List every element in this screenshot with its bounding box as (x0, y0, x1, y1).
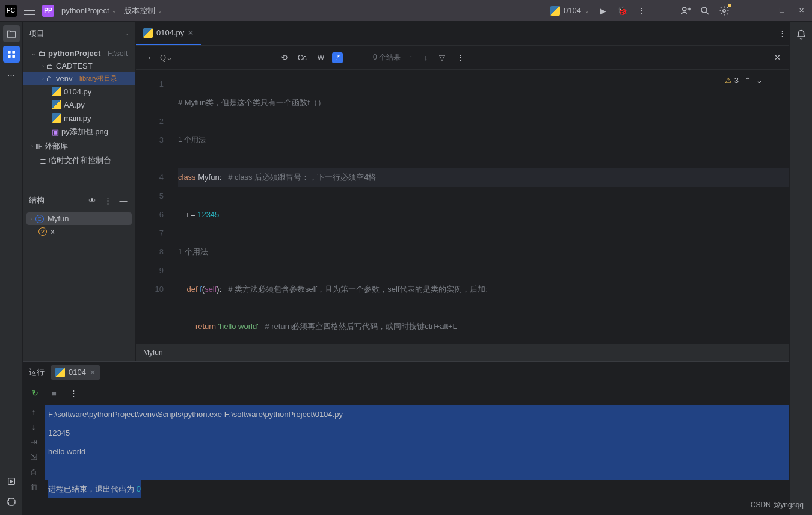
app-icon: PC (5, 5, 17, 17)
rerun-button[interactable]: ↻ (29, 387, 41, 399)
python-icon (550, 6, 560, 16)
softwrap-icon[interactable]: ⇥ (31, 437, 37, 446)
left-tool-rail: ⋯ (0, 22, 23, 515)
run-tool-icon[interactable] (3, 473, 20, 490)
inspection-badge[interactable]: ⚠3⌃⌄ (725, 76, 763, 85)
down-icon[interactable]: ↓ (32, 422, 36, 431)
structure-item-x[interactable]: Vx (23, 225, 135, 238)
close-search-icon[interactable]: ✕ (771, 52, 783, 64)
tree-folder-venv[interactable]: ›🗀venv library根目录 (23, 72, 135, 85)
prev-match-icon[interactable]: ↑ (407, 53, 416, 62)
svg-rect-5 (8, 55, 11, 58)
notifications-icon[interactable] (795, 29, 807, 41)
nav-forward-icon[interactable]: → (142, 52, 154, 64)
structure-panel: 结构 👁 ⋮ — ›CMyfun Vx (23, 188, 136, 361)
run-button[interactable]: ▶ (597, 5, 609, 17)
structure-panel-title: 结构 (29, 195, 82, 206)
search-bar: → Q⌄ ⟲ Cc W .* 0 个结果 ↑ ↓ ▽ ⋮ ✕ (136, 46, 789, 70)
project-badge: PP (42, 5, 54, 17)
collapse-icon[interactable]: — (117, 194, 129, 206)
warning-icon: ⚠ (725, 76, 732, 85)
add-user-icon[interactable] (680, 5, 692, 17)
search-more-icon[interactable]: ⋮ (454, 52, 466, 64)
run-panel: 运行 0104 ✕ ↻ ■ ⋮ ↑ ↓ ⇥ ⇲ ⎙ 🗑 F:\software\… (23, 361, 789, 515)
stop-button[interactable]: ■ (48, 387, 60, 399)
tree-root[interactable]: ⌄ 🗀 pythonProject F:\soft (23, 47, 135, 60)
code-editor[interactable]: 12345678910 # Myfun类，但是这个类只有一个函数f（） 1 个用… (136, 70, 789, 344)
words-toggle[interactable]: W (315, 52, 327, 63)
settings-icon[interactable] (718, 5, 730, 17)
console-output[interactable]: F:\software\pythonProject\venv\Scripts\p… (45, 402, 789, 515)
tree-folder-cadtest[interactable]: ›🗀CADTEST (23, 60, 135, 72)
filter-icon[interactable]: ▽ (436, 52, 448, 64)
variable-icon: V (38, 227, 47, 236)
run-config-selector[interactable]: 0104⌄ (550, 6, 589, 16)
close-button[interactable]: ✕ (795, 5, 807, 17)
tree-file-0104[interactable]: 0104.py (23, 85, 135, 98)
class-icon: C (35, 215, 44, 223)
svg-point-0 (683, 7, 686, 11)
editor-tab-0104[interactable]: 0104.py ✕ (136, 22, 201, 45)
image-file-icon: ▣ (52, 128, 59, 137)
tree-file-aa[interactable]: AA.py (23, 98, 135, 111)
maximize-button[interactable]: ☐ (776, 5, 788, 17)
minimize-button[interactable]: ─ (757, 5, 769, 17)
match-case-toggle[interactable]: Cc (295, 52, 310, 63)
breadcrumb[interactable]: Myfun (136, 344, 789, 361)
editor-area: 0104.py ✕ ⋮ → Q⌄ ⟲ Cc W .* 0 个结果 ↑ ↓ ▽ ⋮… (136, 22, 789, 361)
svg-rect-3 (8, 51, 11, 54)
close-run-tab-icon[interactable]: ✕ (90, 368, 96, 377)
svg-point-1 (701, 7, 707, 13)
search-icon[interactable] (699, 5, 711, 17)
more-actions-icon[interactable]: ⋮ (635, 5, 647, 17)
project-selector[interactable]: pythonProject⌄ (61, 6, 117, 15)
titlebar: PC PP pythonProject⌄ 版本控制⌄ 0104⌄ ▶ 🐞 ⋮ ─… (0, 0, 812, 22)
python-file-icon (52, 100, 61, 109)
hamburger-menu-icon[interactable] (24, 7, 35, 15)
run-tab-0104[interactable]: 0104 ✕ (51, 365, 100, 380)
chevron-down-icon[interactable]: ⌄ (125, 31, 129, 37)
svg-rect-6 (12, 55, 15, 58)
search-input[interactable]: Q⌄ (160, 53, 268, 62)
structure-tool-icon[interactable] (3, 46, 20, 63)
run-more-icon[interactable]: ⋮ (67, 387, 79, 399)
editor-tabs: 0104.py ✕ ⋮ (136, 22, 789, 46)
debug-button[interactable]: 🐞 (616, 5, 628, 17)
more-tools-icon[interactable]: ⋯ (3, 66, 20, 83)
project-panel: 项目 ⌄ ⌄ 🗀 pythonProject F:\soft ›🗀CADTEST… (23, 22, 136, 188)
project-panel-title: 项目 (29, 28, 121, 39)
tree-ext-lib[interactable]: ›⊪外部库 (23, 139, 135, 153)
structure-item-myfun[interactable]: ›CMyfun (26, 212, 132, 225)
run-panel-title: 运行 (29, 367, 45, 378)
line-gutter: 12345678910 (136, 70, 172, 344)
svg-point-2 (723, 9, 726, 12)
python-icon (55, 368, 65, 377)
more-icon[interactable]: ⋮ (102, 194, 114, 206)
up-icon[interactable]: ↑ (32, 407, 36, 416)
right-tool-rail (789, 22, 812, 515)
regex-toggle[interactable]: .* (332, 52, 343, 63)
python-icon (143, 28, 153, 38)
project-tool-icon[interactable] (3, 25, 20, 42)
print-icon[interactable]: ⎙ (31, 467, 36, 476)
scroll-icon[interactable]: ⇲ (31, 452, 37, 461)
next-match-icon[interactable]: ↓ (422, 53, 431, 62)
editor-more-icon[interactable]: ⋮ (775, 28, 789, 40)
search-results-count: 0 个结果 (373, 52, 401, 63)
tree-file-main[interactable]: main.py (23, 111, 135, 125)
close-tab-icon[interactable]: ✕ (188, 29, 194, 37)
python-console-icon[interactable] (3, 493, 20, 510)
trash-icon[interactable]: 🗑 (30, 483, 38, 492)
run-side-toolbar: ↑ ↓ ⇥ ⇲ ⎙ 🗑 (23, 402, 45, 515)
python-file-icon (52, 113, 61, 123)
svg-rect-4 (12, 51, 15, 54)
visibility-icon[interactable]: 👁 (86, 194, 98, 206)
watermark: CSDN @yngsqq (751, 501, 804, 509)
tree-file-png[interactable]: ▣py添加包.png (23, 125, 135, 139)
vcs-menu[interactable]: 版本控制⌄ (124, 5, 162, 16)
python-file-icon (52, 87, 61, 96)
history-icon[interactable]: ⟲ (278, 52, 290, 64)
tree-scratch[interactable]: ≣临时文件和控制台 (23, 153, 135, 168)
